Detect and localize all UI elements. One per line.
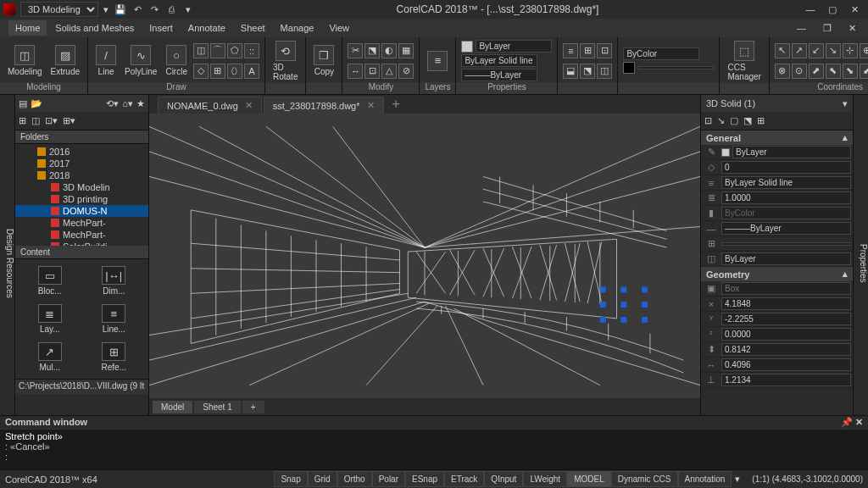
prop-value[interactable]: ByLayer — [721, 252, 851, 265]
menu-sheet[interactable]: Sheet — [234, 20, 272, 36]
tab-close-icon[interactable]: ✕ — [367, 100, 375, 111]
property-select[interactable]: ByColor — [623, 47, 699, 60]
add-tab-button[interactable]: + — [386, 95, 407, 114]
file-item[interactable]: MechPart- — [15, 229, 148, 241]
ribbon-tool-icon[interactable]: ⌒ — [210, 42, 225, 60]
menu-view[interactable]: View — [322, 20, 356, 36]
ribbon-icon[interactable]: ↘ — [826, 42, 841, 60]
print-icon[interactable]: ⎙ — [164, 3, 178, 16]
sheet-tab[interactable]: Model — [153, 401, 192, 413]
ribbon-icon[interactable]: ◫ — [597, 62, 612, 80]
refresh-icon[interactable]: ⟲▾ — [106, 98, 119, 109]
home-icon[interactable]: ⌂▾ — [122, 98, 133, 109]
ribbon-icon[interactable]: ≡ — [563, 42, 578, 60]
menu-manage[interactable]: Manage — [274, 20, 321, 36]
file-item[interactable]: DOMUS-N — [15, 205, 148, 217]
tab-close-icon[interactable]: ✕ — [245, 100, 253, 111]
rp-icon2[interactable]: ↘ — [717, 115, 725, 126]
status-toggle-annotation[interactable]: Annotation — [678, 471, 732, 487]
extrude-button[interactable]: ▨Extrude — [48, 43, 82, 78]
workspace-select[interactable]: 3D Modeling — [20, 2, 98, 17]
line-button[interactable]: /Line — [93, 43, 119, 78]
prop-value[interactable]: -2.2255 — [721, 313, 851, 325]
rp-icon1[interactable]: ⊡ — [704, 115, 712, 126]
ribbon-icon[interactable]: ⊞ — [580, 42, 595, 60]
file-item[interactable]: 3D printing — [15, 193, 148, 205]
fav-icon[interactable]: ★ — [136, 98, 145, 109]
ribbon-tool-icon[interactable]: ⬯ — [227, 62, 242, 80]
status-toggle-etrack[interactable]: ETrack — [444, 471, 484, 487]
ribbon-icon[interactable]: ↖ — [775, 42, 790, 60]
content-item[interactable]: ▭Bloc... — [19, 263, 81, 299]
cmd-close-icon[interactable]: ✕ — [855, 417, 863, 427]
menu-annotate[interactable]: Annotate — [181, 20, 232, 36]
status-toggle-ortho[interactable]: Ortho — [337, 471, 372, 487]
child-restore-icon[interactable]: ❐ — [816, 20, 838, 36]
ribbon-tool-icon[interactable]: ↔ — [348, 62, 363, 80]
ribbon-icon[interactable]: ⊡ — [597, 42, 612, 60]
rp-icon3[interactable]: ▢ — [730, 115, 738, 126]
ribbon-tool-icon[interactable]: ▦ — [398, 42, 414, 60]
content-item[interactable]: |↔|Dim... — [83, 263, 146, 299]
prop-value[interactable]: ByColor — [721, 207, 851, 219]
child-close-icon[interactable]: ✕ — [842, 20, 863, 36]
content-item[interactable]: ≡Line... — [83, 301, 146, 337]
polyline-button[interactable]: ∿PolyLine — [122, 43, 159, 78]
open-icon[interactable]: 📂 — [31, 98, 42, 109]
folder-item[interactable]: 2018 — [15, 169, 148, 181]
save-icon[interactable]: 💾 — [114, 3, 127, 16]
new-icon[interactable]: ▤ — [19, 98, 27, 109]
menu-home[interactable]: Home — [8, 20, 47, 36]
ribbon-icon[interactable]: ↗ — [792, 42, 807, 60]
ribbon-icon[interactable]: ⬈ — [809, 62, 824, 80]
status-toggle-grid[interactable]: Grid — [308, 471, 337, 487]
status-toggle-qinput[interactable]: QInput — [484, 471, 523, 487]
ribbon-icon[interactable]: ↙ — [809, 42, 824, 60]
modeling-button[interactable]: ◫Modeling — [5, 43, 45, 78]
folder-item[interactable]: 2016 — [15, 146, 148, 158]
status-toggle-esnap[interactable]: ESnap — [405, 471, 444, 487]
ribbon-tool-icon[interactable]: ⊞ — [210, 62, 225, 80]
design-resources-tab[interactable]: Design Resources — [0, 95, 15, 415]
ribbon-icon[interactable]: ⬊ — [843, 62, 858, 80]
rp-icon4[interactable]: ⬔ — [743, 115, 752, 126]
status-toggle-lweight[interactable]: LWeight — [523, 471, 567, 487]
file-item[interactable]: 3D Modelin — [15, 181, 148, 193]
prop-value[interactable]: ByLayer — [732, 146, 851, 158]
ribbon-icon[interactable]: ⊹ — [843, 42, 858, 60]
tool1-icon[interactable]: ⊞ — [19, 115, 26, 126]
minimize-icon[interactable]: — — [800, 2, 821, 17]
folder-item[interactable]: 2017 — [15, 158, 148, 169]
prop-value[interactable]: ———ByLayer — [721, 222, 851, 235]
tool3-icon[interactable]: ⊡▾ — [45, 115, 58, 126]
prop-value[interactable]: 0.4096 — [721, 358, 851, 371]
ribbon-tool-icon[interactable]: ◐ — [381, 42, 397, 60]
prop-value[interactable]: 0.0000 — [721, 328, 851, 341]
layers-button[interactable]: ≡ — [425, 49, 450, 73]
property-select[interactable]: ByLayer Solid line — [461, 54, 537, 67]
dropdown-icon[interactable]: ▾ — [103, 4, 108, 15]
ribbon-tool-icon[interactable]: ⬔ — [364, 42, 380, 60]
tool4-icon[interactable]: ⊞▾ — [63, 115, 75, 126]
ccs-manager-button[interactable]: ⬚CCS Manager — [725, 39, 763, 83]
property-select[interactable]: ———ByLayer — [461, 69, 537, 81]
ribbon-tool-icon[interactable]: △ — [381, 62, 397, 80]
prop-value[interactable]: 0 — [721, 161, 851, 174]
menu-insert[interactable]: Insert — [142, 20, 180, 36]
collapse-icon[interactable]: ▴ — [843, 269, 848, 280]
child-minimize-icon[interactable]: — — [790, 20, 813, 36]
prop-value[interactable]: 1.0000 — [721, 191, 851, 204]
ribbon-tool-icon[interactable]: ⬠ — [227, 42, 242, 60]
content-item[interactable]: ⊞Refe... — [83, 339, 146, 375]
status-toggle-dynamic ccs[interactable]: Dynamic CCS — [611, 471, 678, 487]
ribbon-tool-icon[interactable]: ◇ — [193, 62, 209, 80]
ribbon-tool-icon[interactable]: :: — [244, 42, 259, 60]
ribbon-tool-icon[interactable]: ✂ — [348, 42, 363, 60]
maximize-icon[interactable]: ▢ — [822, 2, 843, 17]
collapse-icon[interactable]: ▴ — [843, 132, 848, 143]
ribbon-tool-icon[interactable]: A — [244, 62, 259, 80]
toolbar-dropdown-icon[interactable]: ▾ — [181, 3, 195, 16]
close-icon[interactable]: ✕ — [844, 2, 865, 17]
file-item[interactable]: MechPart- — [15, 217, 148, 229]
content-item[interactable]: ≣Lay... — [19, 301, 81, 337]
